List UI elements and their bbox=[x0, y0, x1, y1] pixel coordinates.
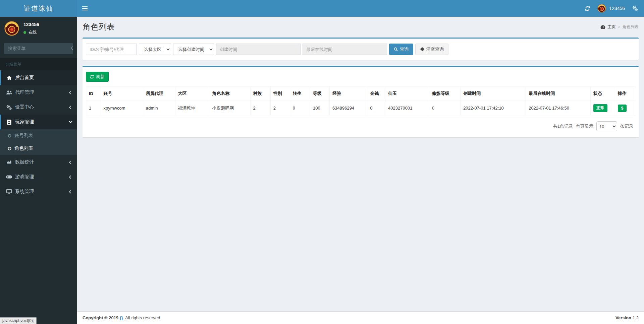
avatar bbox=[597, 4, 606, 13]
browser-status-tooltip: javascript:void(0); bbox=[0, 317, 37, 324]
dollar-action-button[interactable]: $ bbox=[618, 105, 627, 112]
cell-gender: 2 bbox=[270, 101, 290, 116]
online-status-label: 在线 bbox=[29, 29, 37, 35]
chevron-left-icon bbox=[69, 175, 72, 179]
brand-logo[interactable]: 证道诛仙 bbox=[0, 0, 77, 17]
address-book-icon bbox=[5, 120, 13, 125]
col-header-exp: 经验 bbox=[330, 87, 367, 101]
sidebar-item-players[interactable]: 玩家管理 bbox=[0, 115, 77, 129]
nav-header: 导航菜单 bbox=[0, 58, 77, 70]
sidebar-item-agents[interactable]: 代理管理 bbox=[0, 85, 77, 100]
col-header-money: 金钱 bbox=[367, 87, 385, 101]
cell-money: 0 bbox=[367, 101, 385, 116]
last-online-time-input[interactable] bbox=[303, 44, 387, 55]
cell-status: 正常 bbox=[591, 101, 615, 116]
table-toolbar: 刷新 bbox=[86, 72, 635, 82]
sidebar-item-system[interactable]: 系统管理 bbox=[0, 184, 77, 199]
cell-account: xpymwcom bbox=[101, 101, 143, 116]
gears-icon bbox=[5, 105, 13, 110]
cell-exp: 634896294 bbox=[330, 101, 367, 116]
cell-id: 1 bbox=[86, 101, 101, 116]
sidebar-item-settings[interactable]: 设置中心 bbox=[0, 100, 77, 115]
home-icon bbox=[5, 75, 13, 80]
col-header-agent: 所属代理 bbox=[143, 87, 175, 101]
online-status: 在线 bbox=[23, 29, 39, 35]
sidebar-username: 123456 bbox=[23, 22, 39, 27]
refresh-icon[interactable] bbox=[585, 6, 590, 11]
col-header-last-online: 最后在线时间 bbox=[526, 87, 591, 101]
per-page-suffix: 条记录 bbox=[620, 123, 633, 129]
avatar bbox=[4, 21, 19, 36]
search-icon bbox=[71, 46, 73, 51]
chevron-left-icon bbox=[69, 106, 72, 109]
version-label: Version bbox=[615, 315, 631, 320]
zone-select[interactable]: 选择大区 bbox=[139, 44, 171, 55]
sidebar-toggle-button[interactable] bbox=[77, 0, 93, 17]
col-header-race: 种族 bbox=[250, 87, 270, 101]
sidebar-item-game[interactable]: 游戏管理 bbox=[0, 170, 77, 184]
sidebar-item-role-list[interactable]: 角色列表 bbox=[0, 142, 77, 155]
sidebar-item-label: 系统管理 bbox=[15, 189, 34, 195]
users-icon bbox=[5, 90, 13, 95]
navbar-username: 123456 bbox=[609, 6, 625, 11]
chevron-left-icon bbox=[69, 91, 72, 94]
circle-icon bbox=[8, 134, 11, 138]
navbar-right: 123456 bbox=[585, 4, 644, 13]
total-records-label: 共1条记录 bbox=[553, 123, 573, 129]
sidebar-item-label: 设置中心 bbox=[15, 104, 34, 110]
cell-rebirth: 0 bbox=[290, 101, 310, 116]
time-type-select[interactable]: 选择创建时间 bbox=[173, 44, 214, 55]
breadcrumb-home-link[interactable]: 主页 bbox=[608, 24, 616, 30]
online-dot-icon bbox=[23, 31, 26, 34]
version-value: 1.2 bbox=[633, 315, 639, 320]
col-header-level: 等级 bbox=[310, 87, 330, 101]
sidebar-item-label: 数据统计 bbox=[15, 159, 34, 165]
user-menu[interactable]: 123456 bbox=[597, 4, 625, 13]
clear-search-button[interactable]: 清空查询 bbox=[415, 44, 448, 55]
roles-table: ID 账号 所属代理 大区 角色名称 种族 性别 转生 等级 经验 金钱 仙玉 bbox=[86, 86, 635, 116]
cell-cultivation: 0 bbox=[429, 101, 460, 116]
gamepad-icon bbox=[5, 175, 13, 179]
col-header-action: 操作 bbox=[615, 87, 635, 101]
col-header-status: 状态 bbox=[591, 87, 615, 101]
players-submenu: 账号列表 角色列表 bbox=[0, 129, 77, 155]
eraser-icon bbox=[420, 47, 424, 51]
copyright-link[interactable]: {} bbox=[120, 315, 123, 320]
sidebar-item-dashboard[interactable]: 后台首页 bbox=[0, 70, 77, 85]
cell-xianyu: 4023270001 bbox=[385, 101, 429, 116]
top-bar: 证道诛仙 123456 bbox=[0, 0, 644, 17]
sidebar: 123456 在线 导航菜单 后台首页 bbox=[0, 17, 77, 324]
sidebar-item-label: 后台首页 bbox=[15, 75, 34, 81]
col-header-created-time: 创建时间 bbox=[461, 87, 526, 101]
search-button[interactable]: 查询 bbox=[389, 44, 413, 55]
copyright-text: Copyright © 2019 bbox=[83, 315, 118, 320]
col-header-account: 账号 bbox=[101, 87, 143, 101]
refresh-button[interactable]: 刷新 bbox=[86, 72, 109, 82]
col-header-role-name: 角色名称 bbox=[209, 87, 250, 101]
copyright-rest: . All rights reserved. bbox=[123, 315, 161, 320]
navbar: 123456 bbox=[77, 0, 644, 17]
keyword-input[interactable] bbox=[86, 44, 137, 55]
cogs-icon[interactable] bbox=[632, 6, 638, 11]
per-page-select[interactable]: 10 bbox=[596, 121, 617, 131]
menu-search-button[interactable] bbox=[71, 43, 73, 54]
version: Version1.2 bbox=[615, 315, 639, 320]
sidebar-item-label: 游戏管理 bbox=[15, 174, 34, 180]
page-title: 角色列表 bbox=[83, 21, 115, 32]
cell-created-time: 2022-07-01 17:42:10 bbox=[461, 101, 526, 116]
cell-agent: admin bbox=[143, 101, 175, 116]
pagination: 共1条记录 每页显示 10 条记录 bbox=[86, 116, 635, 133]
menu-search-input[interactable] bbox=[4, 43, 71, 54]
col-header-id: ID bbox=[86, 87, 101, 101]
created-time-input[interactable] bbox=[216, 44, 301, 55]
sidebar-item-statistics[interactable]: 数据统计 bbox=[0, 155, 77, 170]
col-header-cultivation: 修炼等级 bbox=[429, 87, 460, 101]
sidebar-menu: 后台首页 代理管理 设置中心 玩家管理 bbox=[0, 70, 77, 199]
col-header-gender: 性别 bbox=[270, 87, 290, 101]
table-header-row: ID 账号 所属代理 大区 角色名称 种族 性别 转生 等级 经验 金钱 仙玉 bbox=[86, 87, 635, 101]
table-box: 刷新 ID 账号 所属代理 大区 角色名称 种族 性别 转生 bbox=[83, 66, 639, 137]
sidebar-item-label: 角色列表 bbox=[14, 145, 33, 151]
sidebar-item-account-list[interactable]: 账号列表 bbox=[0, 129, 77, 142]
chevron-left-icon bbox=[69, 190, 72, 193]
per-page-label: 每页显示 bbox=[576, 123, 593, 129]
